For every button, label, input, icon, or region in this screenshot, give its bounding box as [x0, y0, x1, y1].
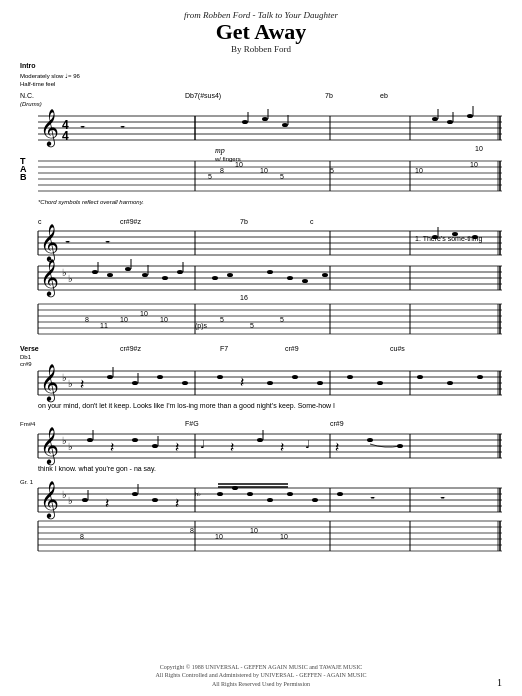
svg-text:F#G: F#G [185, 420, 199, 427]
svg-text:mp: mp [215, 146, 225, 155]
svg-text:Moderately slow ♩= 96: Moderately slow ♩= 96 [20, 73, 81, 79]
svg-point-109 [212, 276, 218, 280]
svg-text:Half-time feel: Half-time feel [20, 81, 55, 87]
svg-text:𝄽: 𝄽 [280, 442, 284, 452]
copyright-line2: All Rights Controlled and Administered b… [0, 671, 522, 679]
svg-text:5: 5 [250, 322, 254, 329]
svg-point-98 [142, 273, 148, 277]
copyright-line3: All Rights Reserved Used by Permission [0, 680, 522, 688]
svg-text:Db1: Db1 [20, 354, 32, 360]
svg-point-168 [292, 375, 298, 379]
svg-text:cr#9: cr#9 [330, 420, 344, 427]
svg-point-224 [152, 498, 158, 502]
svg-point-79 [432, 235, 438, 239]
svg-text:F7: F7 [220, 345, 228, 352]
sheet-music: Intro Moderately slow ♩= 96 Half-time fe… [20, 56, 502, 636]
copyright-line1: Copyright © 1988 UNIVERSAL - GEFFEN AGAI… [0, 663, 522, 671]
svg-text:10: 10 [235, 161, 243, 168]
svg-point-165 [217, 375, 223, 379]
svg-text:cr#9#z: cr#9#z [120, 345, 142, 352]
svg-point-115 [322, 273, 328, 277]
svg-text:8: 8 [190, 527, 194, 534]
page-number: 1 [497, 677, 502, 688]
svg-text:8: 8 [85, 316, 89, 323]
svg-point-32 [432, 117, 438, 121]
svg-point-191 [152, 444, 158, 448]
svg-point-114 [302, 279, 308, 283]
svg-text:h♭: h♭ [195, 491, 201, 497]
svg-text:5: 5 [220, 316, 224, 323]
svg-text:11: 11 [100, 322, 108, 329]
svg-text:♩: ♩ [305, 438, 310, 450]
svg-point-169 [317, 381, 323, 385]
svg-text:Intro: Intro [20, 62, 36, 69]
svg-text:Gr. 1: Gr. 1 [20, 479, 34, 485]
svg-point-172 [417, 375, 423, 379]
svg-point-222 [132, 492, 138, 496]
svg-point-113 [287, 276, 293, 280]
svg-text:16: 16 [240, 294, 248, 301]
page: from Robben Ford - Talk to Your Daughter… [0, 0, 522, 696]
svg-text:c: c [310, 218, 314, 225]
svg-point-36 [467, 114, 473, 118]
svg-text:𝄽: 𝄽 [230, 442, 234, 452]
svg-text:7b: 7b [325, 92, 333, 99]
svg-text:𝄽: 𝄽 [105, 498, 109, 508]
svg-text:8: 8 [220, 167, 224, 174]
header: from Robben Ford - Talk to Your Daughter… [20, 10, 502, 54]
svg-point-155 [132, 381, 138, 385]
svg-point-158 [182, 381, 188, 385]
svg-text:𝄞: 𝄞 [40, 481, 59, 520]
svg-text:Fm#4: Fm#4 [20, 421, 36, 427]
svg-text:10: 10 [470, 161, 478, 168]
svg-text:(Drums): (Drums) [20, 101, 42, 107]
svg-text:B: B [20, 172, 27, 182]
svg-text:5: 5 [330, 167, 334, 174]
svg-text:𝄻: 𝄻 [120, 125, 126, 128]
svg-point-81 [452, 232, 458, 236]
svg-point-110 [227, 273, 233, 277]
svg-text:4: 4 [62, 129, 69, 143]
svg-text:on your mind,  don't  let  it : on your mind, don't let it keep. Looks l… [38, 402, 335, 410]
svg-point-232 [312, 498, 318, 502]
svg-text:5: 5 [280, 316, 284, 323]
svg-text:𝄽: 𝄽 [175, 442, 179, 452]
svg-text:♭: ♭ [62, 372, 67, 383]
svg-text:♭: ♭ [62, 435, 67, 446]
svg-point-101 [177, 270, 183, 274]
svg-point-25 [282, 123, 288, 127]
svg-text:𝄽: 𝄽 [335, 442, 339, 452]
svg-point-201 [367, 438, 373, 442]
song-title: Get Away [20, 20, 502, 44]
svg-point-227 [217, 492, 223, 496]
svg-point-233 [337, 492, 343, 496]
svg-text:(p)s: (p)s [195, 322, 208, 330]
svg-point-230 [267, 498, 273, 502]
svg-point-96 [125, 267, 131, 271]
svg-point-21 [242, 120, 248, 124]
svg-point-95 [107, 273, 113, 277]
svg-text:𝄞: 𝄞 [40, 427, 59, 466]
svg-text:think   I   know.          wha: think I know. what you're gon - na say. [38, 465, 156, 473]
svg-text:8: 8 [80, 533, 84, 540]
svg-point-82 [472, 235, 478, 239]
svg-point-187 [87, 438, 93, 442]
svg-text:10: 10 [250, 527, 258, 534]
svg-text:𝄻: 𝄻 [80, 125, 86, 128]
svg-text:𝄽: 𝄽 [110, 442, 114, 452]
svg-point-174 [477, 375, 483, 379]
svg-text:♩: ♩ [200, 438, 205, 450]
music-notation: Intro Moderately slow ♩= 96 Half-time fe… [20, 56, 502, 636]
svg-point-231 [287, 492, 293, 496]
svg-text:10: 10 [215, 533, 223, 540]
svg-point-190 [132, 438, 138, 442]
svg-point-219 [82, 498, 88, 502]
svg-text:𝄽: 𝄽 [240, 377, 244, 387]
svg-text:𝄽: 𝄽 [175, 498, 179, 508]
svg-point-173 [447, 381, 453, 385]
svg-text:♭: ♭ [68, 495, 73, 506]
svg-point-196 [257, 438, 263, 442]
svg-text:*Chord symbols reflect overall: *Chord symbols reflect overall harmony. [38, 199, 144, 205]
svg-text:♭: ♭ [68, 441, 73, 452]
svg-text:cr#9: cr#9 [20, 361, 32, 367]
